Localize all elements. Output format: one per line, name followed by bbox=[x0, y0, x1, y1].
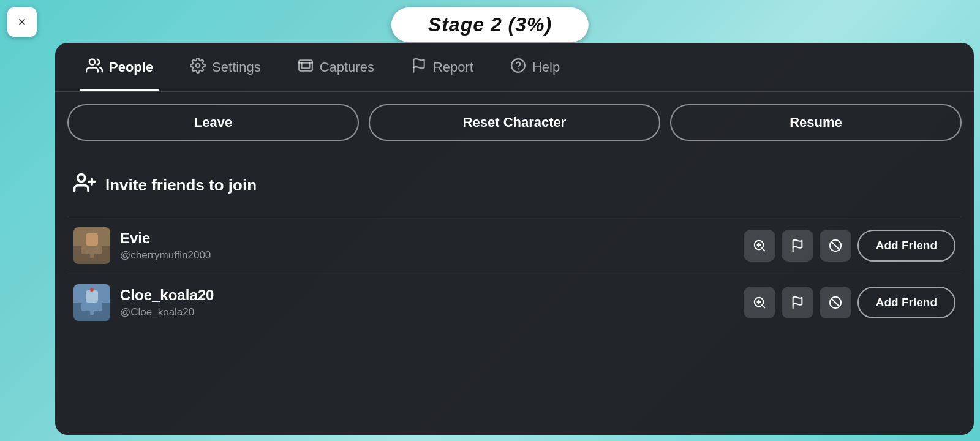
svg-point-31 bbox=[90, 288, 94, 292]
player-handle-evie: @cherrymuffin2000 bbox=[120, 249, 734, 262]
block-icon-evie bbox=[829, 239, 842, 252]
player-actions-cloe: Add Friend bbox=[744, 287, 956, 318]
tab-people-label: People bbox=[109, 59, 153, 75]
tab-people[interactable]: People bbox=[67, 43, 172, 91]
close-icon: × bbox=[18, 14, 26, 30]
help-icon bbox=[510, 58, 526, 77]
svg-point-9 bbox=[78, 175, 85, 182]
report-button-cloe[interactable] bbox=[782, 287, 813, 318]
add-friend-button-evie[interactable]: Add Friend bbox=[858, 230, 956, 262]
resume-button[interactable]: Resume bbox=[670, 104, 962, 141]
tab-settings[interactable]: Settings bbox=[172, 43, 279, 91]
add-friend-button-cloe[interactable]: Add Friend bbox=[858, 287, 956, 318]
invite-label: Invite friends to join bbox=[105, 176, 257, 195]
people-content: Invite friends to join Evie @cherrymuffi… bbox=[55, 153, 974, 435]
report-tab-icon bbox=[411, 58, 427, 77]
avatar-evie bbox=[74, 227, 110, 264]
block-icon-cloe bbox=[829, 296, 842, 309]
tab-captures[interactable]: Captures bbox=[279, 43, 393, 91]
svg-rect-14 bbox=[84, 254, 90, 261]
inspect-icon bbox=[753, 239, 766, 252]
block-button-cloe[interactable] bbox=[820, 287, 851, 318]
tab-help[interactable]: Help bbox=[492, 43, 578, 91]
action-row: Leave Reset Character Resume bbox=[55, 92, 974, 153]
svg-rect-17 bbox=[97, 246, 102, 254]
people-icon bbox=[86, 57, 103, 78]
svg-rect-30 bbox=[97, 303, 102, 311]
svg-line-19 bbox=[762, 248, 764, 251]
svg-rect-25 bbox=[86, 290, 98, 303]
tab-settings-label: Settings bbox=[212, 59, 261, 75]
tab-report[interactable]: Report bbox=[393, 43, 492, 91]
player-item-evie: Evie @cherrymuffin2000 bbox=[67, 217, 962, 274]
invite-section[interactable]: Invite friends to join bbox=[67, 159, 962, 217]
svg-rect-16 bbox=[81, 246, 86, 254]
player-info-evie: Evie @cherrymuffin2000 bbox=[120, 230, 734, 262]
player-name-evie: Evie bbox=[120, 230, 734, 247]
inspect-button-evie[interactable] bbox=[744, 230, 775, 262]
report-icon-cloe bbox=[791, 296, 804, 309]
reset-character-button[interactable]: Reset Character bbox=[369, 104, 660, 141]
tab-bar: People Settings Captures bbox=[55, 43, 974, 92]
svg-rect-27 bbox=[84, 311, 90, 318]
tab-help-label: Help bbox=[532, 59, 560, 75]
svg-line-33 bbox=[762, 305, 764, 307]
svg-rect-3 bbox=[301, 62, 309, 68]
svg-rect-29 bbox=[81, 303, 86, 311]
inspect-button-cloe[interactable] bbox=[744, 287, 775, 318]
captures-icon bbox=[298, 58, 314, 77]
player-actions-evie: Add Friend bbox=[744, 230, 956, 262]
main-modal: People Settings Captures bbox=[55, 43, 974, 435]
avatar-cloe bbox=[74, 284, 110, 321]
stage-pill: Stage 2 (3%) bbox=[391, 7, 589, 42]
invite-icon bbox=[74, 172, 96, 198]
player-item-cloe: Cloe_koala20 @Cloe_koala20 bbox=[67, 274, 962, 331]
block-button-evie[interactable] bbox=[820, 230, 851, 262]
svg-point-0 bbox=[89, 59, 95, 64]
stage-label: Stage 2 (3%) bbox=[428, 13, 552, 36]
player-name-cloe: Cloe_koala20 bbox=[120, 287, 734, 304]
inspect-icon-cloe bbox=[753, 296, 766, 309]
tab-report-label: Report bbox=[433, 59, 473, 75]
player-info-cloe: Cloe_koala20 @Cloe_koala20 bbox=[120, 287, 734, 318]
svg-point-1 bbox=[196, 63, 200, 67]
svg-line-24 bbox=[831, 242, 839, 250]
svg-rect-28 bbox=[94, 311, 100, 318]
close-button[interactable]: × bbox=[7, 7, 37, 37]
tab-captures-label: Captures bbox=[320, 59, 374, 75]
settings-icon bbox=[190, 58, 206, 77]
leave-button[interactable]: Leave bbox=[67, 104, 359, 141]
svg-rect-15 bbox=[94, 254, 100, 261]
player-handle-cloe: @Cloe_koala20 bbox=[120, 306, 734, 318]
report-icon-evie bbox=[791, 239, 804, 252]
report-button-evie[interactable] bbox=[782, 230, 813, 262]
svg-rect-12 bbox=[86, 233, 98, 246]
svg-line-38 bbox=[831, 299, 839, 307]
svg-rect-2 bbox=[299, 60, 312, 70]
